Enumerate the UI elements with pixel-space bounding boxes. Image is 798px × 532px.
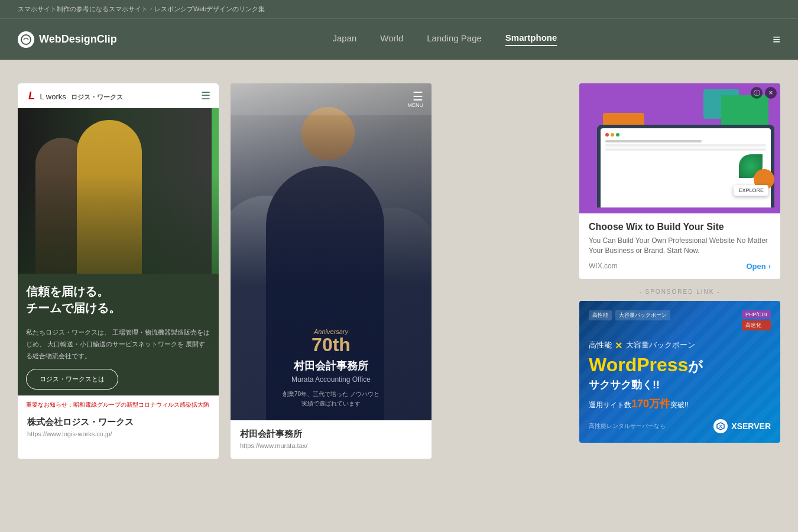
xserver-footer: 高性能レンタルサーバーなら X XSERVER	[589, 419, 771, 433]
wix-line-2	[605, 144, 766, 147]
card1-preview: L L works ロジス・ワークス ☰	[18, 83, 219, 408]
xserver-tag-php: PHP/CGI	[742, 310, 771, 319]
xserver-main-text: 高性能 × 大容量バックボーン WordPressが サクサク動く!! 運用サイ…	[589, 339, 771, 411]
card2-menu: ☰ MENU	[408, 90, 424, 108]
xserver-top: 高性能 大容量バックボーン PHP/CGI 高速化	[589, 310, 771, 330]
card1-notice-text: 重要なお知らせ：昭和電綠グループの新型コロナウィルス感染拡大防止対応について	[26, 401, 209, 408]
card1-title: 株式会社ロジス・ワークス	[27, 417, 209, 428]
nav-japan[interactable]: Japan	[332, 33, 356, 46]
ad-xserver[interactable]: 高性能 大容量バックボーン PHP/CGI 高速化 高性能 × 大容量バックボー…	[579, 301, 780, 443]
ad-wix-title: Choose Wix to Build Your Site	[589, 222, 771, 232]
wix-explore-button[interactable]: EXPLORE	[734, 185, 768, 196]
card2-title: 村田会計事務所	[240, 429, 422, 440]
card2-info: 村田会計事務所 https://www.murata.tax/	[231, 420, 432, 459]
wix-dot-red	[605, 133, 609, 137]
xserver-logo-text: XSERVER	[731, 421, 771, 431]
nav-landing[interactable]: Landing Page	[427, 33, 482, 46]
card1-url: https://www.logis-works.co.jp/	[27, 430, 209, 437]
top-bar: スマホサイト制作の参考になるスマホサイト・レスポンシブWebデザインのリンク集	[0, 0, 798, 18]
xserver-line1: 高性能 × 大容量バックボーン	[589, 339, 771, 352]
card1-logo-sub: ロジス・ワークス	[71, 93, 123, 100]
ad-info-icon[interactable]: ⓘ	[751, 87, 763, 99]
card1-notice: 重要なお知らせ：昭和電綠グループの新型コロナウィルス感染拡大防止対応について	[18, 395, 219, 408]
card1-header: L L works ロジス・ワークス ☰	[18, 83, 219, 108]
xserver-cross: ×	[615, 339, 622, 352]
xserver-tagline: サクサク動く!!	[589, 378, 771, 392]
card2-header: ☰ MENU	[231, 83, 432, 115]
xserver-tags: 高性能 大容量バックボーン	[589, 310, 670, 320]
ad-wix-arrow: ›	[768, 262, 771, 271]
logo-text: WebDesignClip	[39, 33, 117, 46]
wix-line-3	[605, 148, 766, 151]
ad-wix-image: EXPLORE ⓘ ×	[579, 83, 780, 213]
card2-anniversary-num: 70th	[240, 335, 422, 354]
card1-image	[18, 108, 219, 274]
card2-preview: ☰ MENU Anniversary 70th 村田会計事務所 Murata A…	[231, 83, 432, 420]
card2-desc: 創業70年、三代で培った ノウハウと実績で選ばれています	[240, 390, 422, 408]
card1-headline: 信頼を届ける。チームで届ける。	[18, 274, 219, 321]
sidebar: EXPLORE ⓘ × Choose Wix to Build Your Sit…	[579, 83, 780, 443]
xserver-wp-text: WordPressが	[589, 355, 771, 375]
sponsored-label: - SPONSORED LINK -	[579, 288, 780, 295]
card1-menu-icon: ☰	[201, 89, 210, 102]
ad-wix-desc: You Can Build Your Own Professional Webs…	[589, 236, 771, 256]
card1-headline-text: 信頼を届ける。チームで届ける。	[26, 283, 210, 316]
xserver-tag-backbone: 大容量バックボーン	[615, 310, 670, 320]
ad-xserver-image: 高性能 大容量バックボーン PHP/CGI 高速化 高性能 × 大容量バックボー…	[579, 301, 780, 443]
hamburger-button[interactable]: ≡	[773, 32, 780, 47]
logo[interactable]: WebDesignClip	[18, 31, 117, 48]
ad-wix-body: Choose Wix to Build Your Site You Can Bu…	[579, 213, 780, 279]
card2-company-en: Murata Accounting Office	[240, 375, 422, 384]
wix-content-lines	[605, 140, 766, 151]
wix-dot-green	[616, 133, 619, 137]
card1-body: 私たちロジス・ワークスは、 工場管理・物流機器製造販売をはじめ、 大口輸送・小口…	[18, 321, 219, 395]
xserver-count: 運用サイト数170万件突破!!	[589, 397, 771, 411]
card2-menu-label: MENU	[408, 102, 424, 108]
card1-info: 株式会社ロジス・ワークス https://www.logis-works.co.…	[18, 408, 219, 447]
main-nav: Japan World Landing Page Smartphone	[332, 33, 557, 46]
xserver-logo-icon: X	[713, 419, 728, 433]
ad-wix-domain: WIX.com	[589, 262, 618, 270]
ad-close-button[interactable]: ×	[765, 87, 777, 99]
cards-area: L L works ロジス・ワークス ☰	[18, 83, 565, 459]
main-content: L L works ロジス・ワークス ☰	[0, 60, 798, 482]
xserver-right-tags: PHP/CGI 高速化	[742, 310, 771, 330]
wix-dot-row	[605, 133, 766, 137]
wix-laptop-content	[601, 128, 771, 155]
nav-world[interactable]: World	[380, 33, 403, 46]
xserver-footer-label: 高性能レンタルサーバーなら	[589, 422, 666, 430]
header: WebDesignClip Japan World Landing Page S…	[0, 18, 798, 60]
ad-wix-footer: WIX.com Open ›	[589, 262, 771, 271]
xserver-content: 高性能 大容量バックボーン PHP/CGI 高速化 高性能 × 大容量バックボー…	[579, 301, 780, 443]
xserver-logo: X XSERVER	[713, 419, 771, 433]
ad-wix: EXPLORE ⓘ × Choose Wix to Build Your Sit…	[579, 83, 780, 279]
ad-wix-cta: Open	[746, 262, 765, 271]
wix-line-1	[605, 140, 702, 142]
card1-button[interactable]: ロジス・ワークスとは	[26, 369, 118, 390]
logo-icon	[18, 31, 34, 48]
xserver-perf-label: 高性能	[589, 340, 612, 351]
card1-logo: L L works ロジス・ワークス	[26, 90, 123, 102]
card2-url: https://www.murata.tax/	[240, 442, 422, 449]
wix-dot-yellow	[611, 133, 614, 137]
svg-point-0	[21, 35, 31, 44]
xserver-tag-performance: 高性能	[589, 310, 612, 320]
xserver-backbone-label: 大容量バックボーン	[626, 340, 695, 351]
card1-body-text: 私たちロジス・ワークスは、 工場管理・物流機器製造販売をはじめ、 大口輸送・小口…	[26, 327, 210, 362]
ad-wix-open-button[interactable]: Open ›	[746, 262, 771, 271]
svg-text:X: X	[719, 424, 722, 429]
card2-content: Anniversary 70th 村田会計事務所 Murata Accounti…	[231, 316, 432, 420]
nav-smartphone[interactable]: Smartphone	[505, 33, 557, 46]
xserver-tag-speed: 高速化	[742, 320, 771, 330]
card2-company-ja: 村田会計事務所	[240, 359, 422, 373]
top-bar-text: スマホサイト制作の参考になるスマホサイト・レスポンシブWebデザインのリンク集	[18, 5, 265, 12]
card-murata[interactable]: ☰ MENU Anniversary 70th 村田会計事務所 Murata A…	[231, 83, 432, 459]
card-logis-works[interactable]: L L works ロジス・ワークス ☰	[18, 83, 219, 459]
card1-logo-text: L works	[40, 92, 66, 101]
